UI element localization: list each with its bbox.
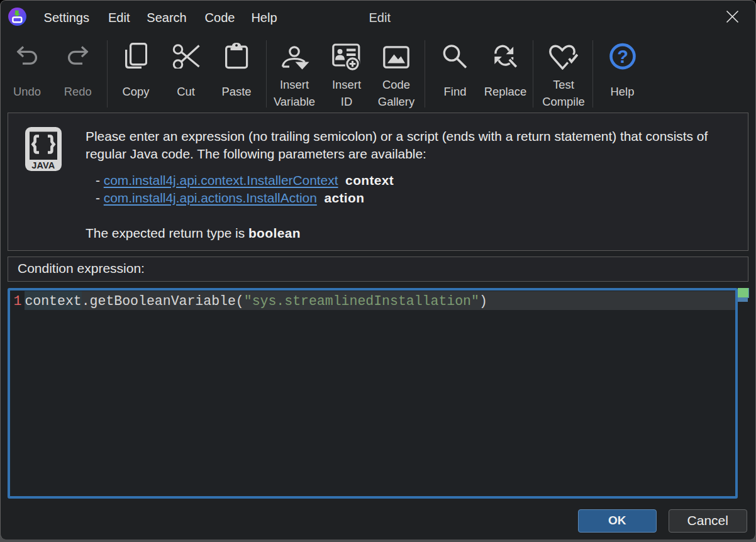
svg-text:JAVA: JAVA: [31, 160, 55, 170]
svg-text:?: ?: [617, 47, 628, 67]
